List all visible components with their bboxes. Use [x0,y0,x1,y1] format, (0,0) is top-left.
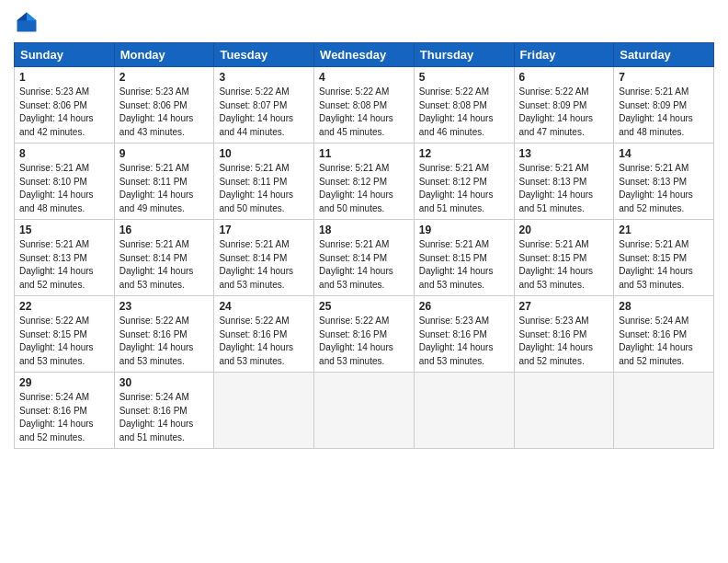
day-info: Sunrise: 5:21 AMSunset: 8:13 PMDaylight:… [619,163,693,213]
day-number: 30 [119,376,210,389]
calendar-cell: 7 Sunrise: 5:21 AMSunset: 8:09 PMDayligh… [614,67,714,144]
calendar-cell: 26 Sunrise: 5:23 AMSunset: 8:16 PMDaylig… [414,296,514,373]
day-info: Sunrise: 5:21 AMSunset: 8:13 PMDaylight:… [519,163,594,213]
calendar-header-row: SundayMondayTuesdayWednesdayThursdayFrid… [15,43,714,67]
day-info: Sunrise: 5:22 AMSunset: 8:08 PMDaylight:… [319,86,393,137]
col-header-monday: Monday [114,43,214,67]
day-number: 6 [519,71,609,84]
calendar-cell: 2 Sunrise: 5:23 AMSunset: 8:06 PMDayligh… [114,67,214,144]
day-number: 9 [119,147,210,160]
calendar-cell: 23 Sunrise: 5:22 AMSunset: 8:16 PMDaylig… [114,296,214,373]
day-info: Sunrise: 5:24 AMSunset: 8:16 PMDaylight:… [619,316,693,366]
day-number: 25 [319,300,409,313]
calendar-cell: 29 Sunrise: 5:24 AMSunset: 8:16 PMDaylig… [15,373,115,449]
day-number: 18 [319,224,409,236]
day-info: Sunrise: 5:23 AMSunset: 8:06 PMDaylight:… [19,86,94,137]
calendar-cell: 10 Sunrise: 5:21 AMSunset: 8:11 PMDaylig… [214,144,314,220]
calendar-cell: 21 Sunrise: 5:21 AMSunset: 8:15 PMDaylig… [614,220,714,296]
day-info: Sunrise: 5:21 AMSunset: 8:10 PMDaylight:… [19,163,94,213]
calendar-cell [514,373,614,449]
day-number: 5 [419,71,509,84]
calendar-cell: 16 Sunrise: 5:21 AMSunset: 8:14 PMDaylig… [114,220,214,296]
day-number: 27 [519,300,609,313]
calendar-cell [614,373,714,449]
col-header-tuesday: Tuesday [214,43,314,67]
calendar-table: SundayMondayTuesdayWednesdayThursdayFrid… [14,42,714,449]
day-number: 15 [19,224,109,236]
calendar-cell: 24 Sunrise: 5:22 AMSunset: 8:16 PMDaylig… [214,296,314,373]
col-header-thursday: Thursday [414,43,514,67]
day-number: 12 [419,147,509,160]
col-header-sunday: Sunday [15,43,115,67]
calendar-cell [414,373,514,449]
calendar-cell: 27 Sunrise: 5:23 AMSunset: 8:16 PMDaylig… [514,296,614,373]
calendar-week-3: 15 Sunrise: 5:21 AMSunset: 8:13 PMDaylig… [15,220,714,296]
day-info: Sunrise: 5:22 AMSunset: 8:07 PMDaylight:… [219,86,293,137]
header [14,9,714,35]
day-info: Sunrise: 5:21 AMSunset: 8:13 PMDaylight:… [19,239,94,290]
calendar-cell [214,373,314,449]
day-number: 16 [119,224,210,236]
day-number: 2 [119,71,210,84]
day-info: Sunrise: 5:22 AMSunset: 8:09 PMDaylight:… [519,86,594,137]
day-number: 10 [219,147,309,160]
calendar-cell: 25 Sunrise: 5:22 AMSunset: 8:16 PMDaylig… [314,296,415,373]
calendar-week-2: 8 Sunrise: 5:21 AMSunset: 8:10 PMDayligh… [15,144,714,220]
day-number: 28 [619,300,709,313]
day-info: Sunrise: 5:22 AMSunset: 8:16 PMDaylight:… [219,316,293,366]
calendar-cell: 3 Sunrise: 5:22 AMSunset: 8:07 PMDayligh… [214,67,314,144]
day-info: Sunrise: 5:21 AMSunset: 8:09 PMDaylight:… [619,86,693,137]
svg-marker-2 [17,13,28,21]
day-info: Sunrise: 5:24 AMSunset: 8:16 PMDaylight:… [119,392,194,442]
day-number: 19 [419,224,509,236]
day-number: 11 [319,147,409,160]
calendar-week-1: 1 Sunrise: 5:23 AMSunset: 8:06 PMDayligh… [15,67,714,144]
calendar-cell: 12 Sunrise: 5:21 AMSunset: 8:12 PMDaylig… [414,144,514,220]
calendar-cell: 14 Sunrise: 5:21 AMSunset: 8:13 PMDaylig… [614,144,714,220]
calendar-cell: 22 Sunrise: 5:22 AMSunset: 8:15 PMDaylig… [15,296,115,373]
calendar-cell: 8 Sunrise: 5:21 AMSunset: 8:10 PMDayligh… [15,144,115,220]
calendar-cell: 1 Sunrise: 5:23 AMSunset: 8:06 PMDayligh… [15,67,115,144]
day-number: 1 [19,71,109,84]
day-info: Sunrise: 5:23 AMSunset: 8:16 PMDaylight:… [419,316,494,366]
day-info: Sunrise: 5:24 AMSunset: 8:16 PMDaylight:… [19,392,94,442]
calendar-cell: 6 Sunrise: 5:22 AMSunset: 8:09 PMDayligh… [514,67,614,144]
calendar-cell: 13 Sunrise: 5:21 AMSunset: 8:13 PMDaylig… [514,144,614,220]
day-info: Sunrise: 5:21 AMSunset: 8:14 PMDaylight:… [219,239,293,290]
col-header-friday: Friday [514,43,614,67]
day-info: Sunrise: 5:23 AMSunset: 8:16 PMDaylight:… [519,316,594,366]
day-info: Sunrise: 5:23 AMSunset: 8:06 PMDaylight:… [119,86,194,137]
day-number: 23 [119,300,210,313]
day-number: 20 [519,224,609,236]
day-info: Sunrise: 5:21 AMSunset: 8:14 PMDaylight:… [119,239,194,290]
day-info: Sunrise: 5:21 AMSunset: 8:14 PMDaylight:… [319,239,393,290]
day-info: Sunrise: 5:21 AMSunset: 8:11 PMDaylight:… [219,163,293,213]
day-number: 14 [619,147,709,160]
day-info: Sunrise: 5:21 AMSunset: 8:15 PMDaylight:… [519,239,594,290]
day-number: 17 [219,224,309,236]
day-info: Sunrise: 5:21 AMSunset: 8:12 PMDaylight:… [419,163,494,213]
calendar-cell: 5 Sunrise: 5:22 AMSunset: 8:08 PMDayligh… [414,67,514,144]
col-header-wednesday: Wednesday [314,43,415,67]
day-info: Sunrise: 5:22 AMSunset: 8:08 PMDaylight:… [419,86,494,137]
calendar-cell: 18 Sunrise: 5:21 AMSunset: 8:14 PMDaylig… [314,220,415,296]
day-info: Sunrise: 5:21 AMSunset: 8:11 PMDaylight:… [119,163,194,213]
day-number: 24 [219,300,309,313]
calendar-week-4: 22 Sunrise: 5:22 AMSunset: 8:15 PMDaylig… [15,296,714,373]
calendar-cell: 11 Sunrise: 5:21 AMSunset: 8:12 PMDaylig… [314,144,415,220]
logo [14,9,43,35]
day-info: Sunrise: 5:21 AMSunset: 8:15 PMDaylight:… [419,239,494,290]
svg-marker-1 [27,13,37,21]
day-number: 29 [19,376,109,389]
calendar-cell: 30 Sunrise: 5:24 AMSunset: 8:16 PMDaylig… [114,373,214,449]
day-info: Sunrise: 5:21 AMSunset: 8:15 PMDaylight:… [619,239,693,290]
calendar-cell: 9 Sunrise: 5:21 AMSunset: 8:11 PMDayligh… [114,144,214,220]
calendar-week-5: 29 Sunrise: 5:24 AMSunset: 8:16 PMDaylig… [15,373,714,449]
day-number: 21 [619,224,709,236]
calendar-cell: 15 Sunrise: 5:21 AMSunset: 8:13 PMDaylig… [15,220,115,296]
col-header-saturday: Saturday [614,43,714,67]
day-number: 3 [219,71,309,84]
day-number: 8 [19,147,109,160]
calendar-cell: 20 Sunrise: 5:21 AMSunset: 8:15 PMDaylig… [514,220,614,296]
calendar-cell: 19 Sunrise: 5:21 AMSunset: 8:15 PMDaylig… [414,220,514,296]
